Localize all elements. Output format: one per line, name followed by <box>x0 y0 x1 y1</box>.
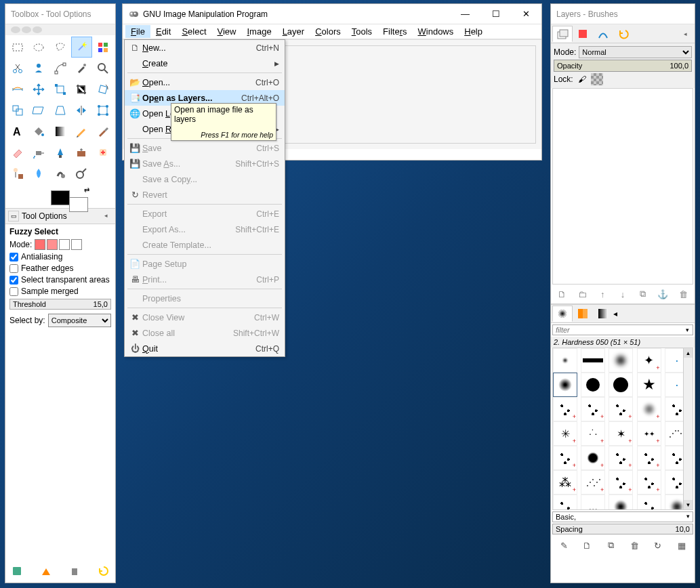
tool-heal[interactable] <box>92 142 113 163</box>
brushes-dock-config-icon[interactable]: ◂ <box>613 309 617 318</box>
file-menu-create[interactable]: Create▶ <box>125 56 285 71</box>
brush-item[interactable] <box>609 348 633 373</box>
tool-blend[interactable] <box>49 121 70 142</box>
layer-list[interactable] <box>552 88 693 285</box>
brush-item[interactable]: + <box>581 446 605 470</box>
tool-move[interactable] <box>28 79 49 100</box>
brush-item[interactable]: + <box>553 495 577 510</box>
opacity-slider[interactable]: Opacity 100,0 <box>554 60 692 72</box>
edit-brush-button[interactable]: ✎ <box>556 539 571 552</box>
swap-colors-icon[interactable]: ⇄ <box>84 186 89 194</box>
tool-paths[interactable] <box>49 58 70 79</box>
tool-clone[interactable] <box>71 142 92 163</box>
brush-item-selected[interactable] <box>553 373 577 397</box>
tool-pencil[interactable] <box>71 121 92 142</box>
tool-smudge[interactable] <box>49 163 70 184</box>
tool-free-select[interactable] <box>49 37 70 58</box>
layers-titlebar[interactable]: Layers - Brushes <box>551 4 695 24</box>
menu-layer[interactable]: Layer <box>277 25 310 38</box>
file-menu-revert[interactable]: ↻Revert <box>125 187 285 203</box>
tool-paintbrush[interactable] <box>92 121 113 142</box>
dock-config-icon[interactable]: ◂ <box>104 212 112 220</box>
foreground-color[interactable] <box>51 190 70 205</box>
menu-filters[interactable]: Filters <box>377 25 412 38</box>
blend-mode-dropdown[interactable]: Normal <box>579 46 692 58</box>
mode-add[interactable] <box>47 239 58 250</box>
brush-item[interactable]: + <box>637 470 661 495</box>
threshold-slider[interactable]: Threshold 15,0 <box>9 299 111 310</box>
undo-tab[interactable] <box>613 26 634 42</box>
tool-color-select[interactable] <box>92 37 113 58</box>
file-menu-save-as[interactable]: 💾Save As...Shift+Ctrl+S <box>125 156 285 171</box>
tool-fuzzy-select[interactable] <box>71 37 92 58</box>
feather-checkbox[interactable] <box>9 264 18 273</box>
menu-tools[interactable]: Tools <box>346 25 377 38</box>
open-brush-as-image-button[interactable]: ▦ <box>674 539 689 552</box>
scroll-up-icon[interactable]: ▲ <box>684 348 693 358</box>
menu-select[interactable]: Select <box>176 25 211 38</box>
new-layer-button[interactable]: 🗋 <box>555 287 570 301</box>
file-menu-close-view[interactable]: ✖Close ViewCtrl+W <box>125 310 285 325</box>
file-menu-quit[interactable]: ⏻QuitCtrl+Q <box>125 341 285 356</box>
toolbox-titlebar[interactable]: Toolbox - Tool Options <box>5 4 115 24</box>
brushes-tab[interactable] <box>552 306 573 322</box>
brush-filter-dropdown-icon[interactable]: ▾ <box>682 325 693 335</box>
brush-item[interactable] <box>609 373 633 397</box>
layer-down-button[interactable]: ↓ <box>615 287 630 301</box>
file-menu-close-all[interactable]: ✖Close allShift+Ctrl+W <box>125 325 285 341</box>
file-menu-properties[interactable]: Properties <box>125 291 285 306</box>
brush-scrollbar[interactable]: ▲ ▼ <box>683 348 693 509</box>
paths-tab[interactable] <box>593 26 613 42</box>
brush-item[interactable]: + <box>553 446 577 470</box>
brush-item[interactable]: + <box>609 446 633 470</box>
brush-item[interactable]: ★ <box>637 373 661 397</box>
menu-image[interactable]: Image <box>241 25 276 38</box>
menu-help[interactable]: Help <box>459 25 488 38</box>
tool-color-picker[interactable] <box>71 58 92 79</box>
file-menu-open[interactable]: 📂Open...Ctrl+O <box>125 75 285 90</box>
save-options-icon[interactable] <box>9 564 24 579</box>
tool-blur[interactable] <box>28 163 49 184</box>
tool-rect-select[interactable] <box>7 37 28 58</box>
tool-shear[interactable] <box>28 100 49 121</box>
brush-preset-selector[interactable]: Basic, ▾ <box>552 511 693 522</box>
brush-item[interactable]: + <box>581 397 605 421</box>
layer-group-button[interactable]: 🗀 <box>575 287 590 301</box>
menu-file[interactable]: File <box>125 25 150 38</box>
delete-options-icon[interactable] <box>67 564 82 579</box>
scroll-down-icon[interactable]: ▼ <box>684 500 693 509</box>
tool-ink[interactable] <box>49 142 70 163</box>
brush-item[interactable]: ✶+ <box>609 421 633 446</box>
gradients-tab[interactable] <box>593 306 613 322</box>
brush-item[interactable] <box>553 348 577 373</box>
delete-brush-button[interactable]: 🗑 <box>627 539 642 552</box>
brush-item[interactable]: ⋰⋰+ <box>581 470 605 495</box>
file-menu-export-as[interactable]: Export As...Shift+Ctrl+E <box>125 222 285 237</box>
brush-item[interactable]: …+ <box>581 495 605 510</box>
tool-dodge-burn[interactable] <box>71 163 92 184</box>
tool-bucket-fill[interactable] <box>28 121 49 142</box>
brush-item[interactable]: ✳+ <box>553 421 577 446</box>
menu-view[interactable]: View <box>212 25 242 38</box>
menu-windows[interactable]: Windows <box>413 25 459 38</box>
channels-tab[interactable] <box>573 26 593 42</box>
tool-foreground-select[interactable] <box>28 58 49 79</box>
duplicate-brush-button[interactable]: ⧉ <box>604 539 619 552</box>
brush-item[interactable]: + <box>609 397 633 421</box>
brush-item[interactable]: + <box>637 446 661 470</box>
tool-flip[interactable] <box>71 100 92 121</box>
new-brush-button[interactable]: 🗋 <box>580 539 595 552</box>
brush-item[interactable]: ✦✦+ <box>637 421 661 446</box>
tool-crop[interactable] <box>71 79 92 100</box>
select-by-dropdown[interactable]: Composite <box>48 314 111 327</box>
brush-item[interactable] <box>581 373 605 397</box>
restore-options-icon[interactable] <box>39 564 54 579</box>
brush-item[interactable]: + <box>637 397 661 421</box>
background-color[interactable] <box>69 197 88 212</box>
sample-merged-checkbox[interactable] <box>9 287 18 296</box>
tool-eraser[interactable] <box>7 142 28 163</box>
lock-alpha-icon[interactable] <box>591 73 603 85</box>
tool-align[interactable] <box>49 79 70 100</box>
refresh-brushes-button[interactable]: ↻ <box>651 539 665 552</box>
layers-dock-config-icon[interactable]: ◂ <box>684 30 693 37</box>
